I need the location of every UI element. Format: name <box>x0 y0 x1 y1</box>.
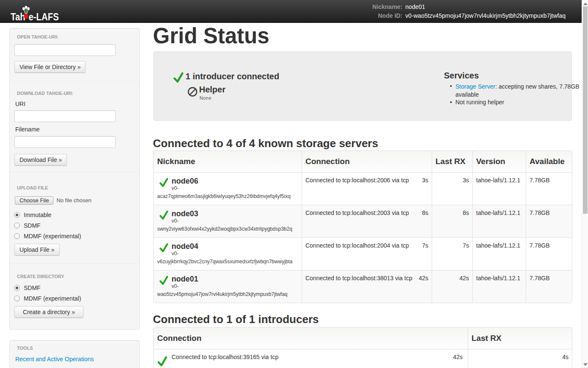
connection-text: Connected to tcp:localhost:2004 via tcp <box>305 242 409 249</box>
radio-immutable[interactable] <box>14 212 20 218</box>
introducer-lastrx: 4s <box>468 349 572 368</box>
introducers-section-title: Connected to 1 of 1 introducers <box>153 313 319 326</box>
server-lastrx: 42s <box>432 270 472 303</box>
service-item: Not running helper <box>455 98 582 106</box>
upload-format-option: Immutable <box>14 209 51 220</box>
col-header-nickname: Nickname <box>154 151 302 172</box>
server-version: tahoe-lafs/1.12.1 <box>472 237 526 270</box>
server-nodeid: v0-wao5tzv45pmoju47jow7rvl4ukirjm5ytbh2k… <box>157 282 298 298</box>
connection-since: 7s <box>422 241 428 250</box>
server-row: node04 v0-v6zuyjkbrrkqy2bvc2cny7qwax5sxu… <box>154 237 572 270</box>
introducers-table: Connection Last RX 42s Connected to tcp:… <box>153 327 572 368</box>
radio-sdmf-label: SDMF <box>24 221 41 230</box>
radio-dir-sdmf[interactable] <box>14 285 20 291</box>
server-nickname-cell: node03 v0-swny2viyw63ofxwi4x2yykd2woqjbp… <box>154 205 302 237</box>
scrollbar-thumb[interactable] <box>583 6 588 214</box>
node-info: Nickname:node01 Node ID:v0-wao5tzv45pmoj… <box>357 3 566 20</box>
upload-format-option: SDMF <box>14 220 41 231</box>
server-version: tahoe-lafs/1.12.1 <box>472 172 526 205</box>
service-item: Storage Server: accepting new shares, 7.… <box>455 82 582 98</box>
server-lastrx: 3s <box>432 172 472 205</box>
col-header-lastrx: Last RX <box>468 328 572 349</box>
helper-service-desc: Not running helper <box>455 99 504 106</box>
connected-check-icon <box>173 72 183 83</box>
server-nickname-cell: node01 v0-wao5tzv45pmoju47jow7rvl4ukirjm… <box>154 270 302 303</box>
connection-text: Connected to tcp:localhost:2003 via tcp <box>305 209 409 216</box>
connected-check-icon <box>159 276 168 285</box>
services-list: Storage Server: accepting new shares, 7.… <box>455 82 582 106</box>
connection-text: Connected to tcp:localhost:39165 via tcp <box>172 353 278 361</box>
helper-title: Helper <box>199 84 225 95</box>
browser-scrollbar[interactable] <box>582 0 588 368</box>
view-file-button[interactable]: View File or Directory » <box>14 61 86 73</box>
upload-file-button[interactable]: Upload File » <box>14 244 60 256</box>
connection-since: 42s <box>453 353 463 361</box>
connected-check-icon <box>159 243 168 253</box>
col-header-version: Version <box>472 151 526 172</box>
tools-section-label: TOOLS <box>17 346 33 351</box>
choose-file-button[interactable]: Choose File <box>15 196 53 205</box>
introducer-connection-cell: 42s Connected to tcp:localhost:39165 via… <box>154 349 468 368</box>
introducer-row: 42s Connected to tcp:localhost:39165 via… <box>154 349 572 368</box>
server-available: 7.78GB <box>526 172 572 205</box>
tools-panel: TOOLS Recent and Active Operations <box>9 340 140 368</box>
helper-none-icon <box>188 87 197 97</box>
tahoe-balloons-icon <box>22 6 30 20</box>
server-connection-cell: 42sConnected to tcp:localhost:38013 via … <box>302 270 432 303</box>
nickname-label: Nickname: <box>357 3 402 11</box>
recent-operations-link[interactable]: Recent and Active Operations <box>15 355 94 363</box>
radio-dir-mdmf-label: MDMF (experimental) <box>24 294 81 303</box>
open-uri-section-label: OPEN TAHOE-URI: <box>17 34 58 40</box>
server-row: node06 v0-acaz7qptmeo6m3asjlgkb6iwlyuqey… <box>154 172 572 205</box>
server-nodeid: v0-swny2viyw63ofxwi4x2yykd2woqjbpx3cw34x… <box>157 217 298 233</box>
mkdir-section-label: CREATE DIRECTORY <box>17 274 64 279</box>
connection-text: Connected to tcp:localhost:2006 via tcp <box>305 177 409 184</box>
server-available: 7.78GB <box>526 270 572 303</box>
col-header-available: Available <box>526 151 572 172</box>
connected-check-icon <box>159 210 168 220</box>
navbar: Tahe-LAFS Nickname:node01 Node ID:v0-wao… <box>0 0 582 23</box>
server-lastrx: 8s <box>432 205 472 237</box>
sidebar-divider <box>10 264 139 265</box>
server-connection-cell: 8sConnected to tcp:localhost:2003 via tc… <box>302 205 432 237</box>
server-nickname-cell: node04 v0-v6zuyjkbrrkqy2bvc2cny7qwax5sxu… <box>154 237 302 270</box>
upload-section-label: UPLOAD FILE <box>17 185 48 191</box>
page-title: Grid Status <box>153 24 269 47</box>
node-id-label: Node ID: <box>357 11 402 20</box>
radio-mdmf-label: MDMF (experimental) <box>24 232 81 240</box>
brand-text-post: e-LAFS <box>28 11 58 22</box>
radio-dir-mdmf[interactable] <box>14 296 20 301</box>
servers-section-title: Connected to 4 of 4 known storage server… <box>153 137 378 150</box>
server-lastrx: 7s <box>432 237 472 270</box>
services-title: Services <box>444 70 479 81</box>
connected-check-icon <box>157 356 167 367</box>
mkdir-format-option: MDMF (experimental) <box>14 293 81 304</box>
download-section-label: DOWNLOAD TAHOE-URI: <box>17 91 73 96</box>
scrollbar-up-arrow[interactable] <box>583 3 588 5</box>
radio-sdmf[interactable] <box>14 223 20 229</box>
nickname-value: node01 <box>405 3 425 11</box>
server-row: node03 v0-swny2viyw63ofxwi4x2yykd2woqjbp… <box>154 205 572 237</box>
col-header-connection: Connection <box>154 328 468 349</box>
sidebar-panel: OPEN TAHOE-URI: View File or Directory »… <box>9 28 140 330</box>
brand-logo[interactable]: Tahe-LAFS <box>11 6 67 19</box>
server-connection-cell: 7sConnected to tcp:localhost:2004 via tc… <box>302 237 432 270</box>
download-file-button[interactable]: Download File » <box>14 154 67 166</box>
mkdir-format-option: SDMF <box>14 282 41 293</box>
connection-since: 3s <box>422 176 428 184</box>
download-filename-input[interactable] <box>14 136 116 148</box>
server-available: 7.78GB <box>526 205 572 237</box>
upload-format-option: MDMF (experimental) <box>14 231 81 241</box>
scrollbar-down-arrow[interactable] <box>583 363 588 366</box>
open-uri-input[interactable] <box>14 44 116 56</box>
server-nickname-cell: node06 v0-acaz7qptmeo6m3asjlgkb6iwlyuqey… <box>154 172 302 205</box>
server-connection-cell: 3sConnected to tcp:localhost:2006 via tc… <box>302 172 432 205</box>
introducer-summary: 1 introducer connected <box>186 71 279 81</box>
radio-mdmf[interactable] <box>14 233 20 239</box>
radio-immutable-label: Immutable <box>24 211 51 219</box>
storage-server-link[interactable]: Storage Server <box>455 83 495 90</box>
no-file-chosen-text: No file chosen <box>56 196 91 205</box>
create-directory-button[interactable]: Create a directory » <box>14 306 83 318</box>
download-uri-input[interactable] <box>14 110 116 122</box>
uri-field-label: URI <box>15 100 25 108</box>
